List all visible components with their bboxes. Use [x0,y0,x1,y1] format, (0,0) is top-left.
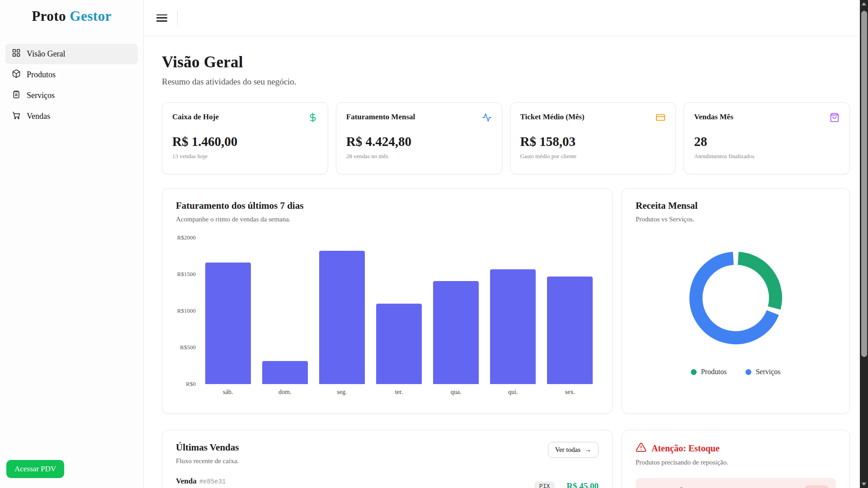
stat-value: R$ 4.424,80 [346,134,492,149]
stat-title: Caixa de Hoje [172,113,219,122]
bottom-row: Últimas Vendas Fluxo recente de caixa. V… [162,430,850,488]
warning-triangle-icon [636,442,646,455]
page-content: Visão Geral Resumo das atividades do seu… [144,36,868,488]
bar-chart-plot: sáb.dom.seg.ter.qua.qui.sex. [199,238,599,384]
sidebar-nav: Visão Geral Produtos Serviços Vendas [5,43,139,127]
bar-chart-card: Faturamento dos últimos 7 dias Acompanhe… [162,188,613,414]
stock-title: Atenção: Estoque [651,443,720,454]
y-tick-label: R$2000 [177,234,196,241]
sidebar-item-vendas[interactable]: Vendas [5,106,138,127]
logo-part-1: Proto [32,8,66,24]
legend-label: Produtos [701,368,726,376]
stat-card-caixa-hoje: Caixa de Hoje R$ 1.460,00 13 vendas hoje [162,102,328,174]
scrollbar-up-arrow[interactable] [860,0,868,8]
sales-subtitle: Fluxo recente de caixa. [176,457,239,465]
logo-part-2: Gestor [70,8,112,24]
stat-title: Ticket Médio (Mês) [520,113,585,122]
sidebar-item-label: Visão Geral [27,49,65,59]
arrow-right-icon: → [585,446,591,454]
sidebar-item-produtos[interactable]: Produtos [5,65,138,85]
bar-chart-subtitle: Acompanhe o ritmo de vendas da semana. [176,216,599,223]
sidebar-item-label: Vendas [27,112,50,121]
sidebar-item-label: Produtos [27,70,56,80]
stat-sub: 13 vendas hoje [172,153,318,160]
sidebar-item-visao-geral[interactable]: Visão Geral [5,44,138,64]
stat-value: R$ 1.460,00 [172,134,318,149]
y-tick-label: R$500 [180,344,196,351]
view-all-label: Ver todas [555,446,580,454]
scrollbar [860,0,868,488]
x-tick-label: seg. [313,389,370,396]
stat-sub: Gasto médio por cliente [520,153,666,160]
stat-value: 28 [694,134,840,149]
donut-slice-Produtos [738,258,776,308]
stat-card-vendas-mes: Vendas Mês 28 Atendimentos finalizados [684,102,850,174]
clipboard-icon [12,90,21,101]
donut-chart-title: Receita Mensal [636,200,836,211]
bar-slot: qua. [428,238,485,384]
shopping-bag-icon [830,113,840,124]
sidebar: Proto Gestor Visão Geral Produtos Ser [0,0,144,488]
x-tick-label: qua. [428,389,485,396]
view-all-sales-button[interactable]: Ver todas → [548,442,599,458]
bar-slot: seg. [313,238,370,384]
bar-sáb. [205,263,251,384]
stock-item-qty-badge: 0 un [805,485,829,488]
legend-dot-produtos [691,369,697,375]
page-title: Visão Geral [162,53,850,71]
x-tick-label: sáb. [199,389,256,396]
sidebar-item-label: Serviços [27,91,55,100]
sidebar-item-servicos[interactable]: Serviços [5,85,138,106]
stat-card-faturamento-mensal: Faturamento Mensal R$ 4.424,80 28 vendas… [336,102,502,174]
topbar-divider [177,10,178,26]
legend-label: Serviços [755,368,780,376]
stock-item-row: Protetor Solar FPS 70 0 un [636,478,836,488]
acessar-pdv-button[interactable]: Acessar PDV [6,460,64,478]
sale-amount: R$ 45,00 [566,481,599,488]
app-logo: Proto Gestor [5,8,139,24]
x-tick-label: ter. [370,389,427,396]
cart-icon [12,111,21,122]
latest-sales-card: Últimas Vendas Fluxo recente de caixa. V… [162,430,613,488]
bar-qui. [490,269,536,384]
legend-dot-servicos [745,369,751,375]
y-tick-label: R$1500 [177,271,196,278]
sale-label: Venda [176,477,197,485]
activity-icon [482,113,492,124]
legend-item-servicos: Serviços [745,368,780,376]
bar-ter. [376,304,422,384]
bar-chart: R$0R$500R$1000R$1500R$2000 sáb.dom.seg.t… [176,238,599,384]
package-icon [12,69,21,80]
sale-row: Venda#e85e31 03/04/2026 PIX R$ 45,00 [176,477,599,488]
credit-card-icon [656,113,665,124]
y-tick-label: R$0 [186,380,196,388]
bar-sex. [547,277,593,384]
stat-value: R$ 158,03 [520,134,666,149]
donut-chart-subtitle: Produtos vs Serviços. [636,216,836,223]
bar-slot: dom. [256,238,313,384]
main-area: Visão Geral Resumo das atividades do seu… [144,0,868,488]
stat-card-ticket-medio: Ticket Médio (Mês) R$ 158,03 Gasto médio… [510,102,676,174]
scrollbar-thumb[interactable] [861,11,867,357]
stat-sub: Atendimentos finalizados [694,153,840,160]
stock-item-name: Protetor Solar FPS 70 [643,486,715,488]
donut-svg [689,252,782,344]
x-tick-label: qui. [485,389,542,396]
y-tick-label: R$1000 [177,307,196,314]
topbar [144,0,868,36]
stat-sub: 28 vendas no mês [346,153,492,160]
stock-alert-card: Atenção: Estoque Produtos precisando de … [622,430,850,488]
scrollbar-down-arrow[interactable] [860,480,868,488]
bar-slot: sex. [542,238,599,384]
bar-chart-title: Faturamento dos últimos 7 dias [176,200,599,211]
bar-chart-yaxis: R$0R$500R$1000R$1500R$2000 [176,238,199,384]
donut-chart: Produtos Serviços [636,226,836,402]
sales-title: Últimas Vendas [176,442,239,453]
x-tick-label: sex. [542,389,599,396]
bar-qua. [433,281,479,384]
page-subtitle: Resumo das atividades do seu negócio. [162,77,850,87]
hamburger-icon[interactable] [156,14,167,23]
donut-chart-card: Receita Mensal Produtos vs Serviços. Pro… [622,188,850,414]
bar-dom. [262,361,308,384]
app-root: Proto Gestor Visão Geral Produtos Ser [0,0,868,488]
